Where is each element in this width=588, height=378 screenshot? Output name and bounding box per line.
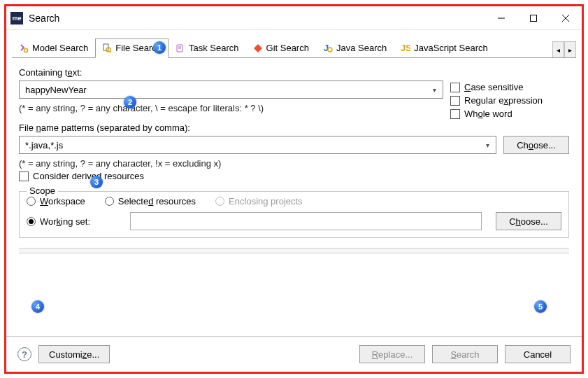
containing-text-label: Containing text:: [19, 67, 569, 78]
callout-5: 5: [534, 300, 547, 313]
scope-workingset-radio[interactable]: Working set:: [27, 216, 103, 227]
tab-git-search[interactable]: Git Search: [246, 38, 316, 58]
tab-scroll-left[interactable]: ◂: [552, 41, 564, 58]
tab-scroll-right[interactable]: ▸: [564, 41, 576, 58]
scope-enclosing-radio: Enclosing projects: [215, 196, 303, 206]
separator: [19, 248, 569, 253]
tab-label: Java Search: [336, 43, 387, 53]
choose-filetypes-button[interactable]: Choose...: [503, 136, 569, 154]
close-button[interactable]: [550, 7, 582, 29]
scope-selected-radio[interactable]: Selected resources: [105, 196, 196, 206]
callout-3: 3: [90, 176, 103, 188]
svg-line-7: [110, 51, 111, 52]
choose-workingset-button[interactable]: Choose...: [496, 212, 561, 230]
tabbar: Model Search File Search Task Search Git…: [6, 30, 582, 58]
titlebar: me Search: [6, 6, 582, 30]
replace-button[interactable]: Replace...: [359, 345, 425, 363]
scope-workspace-radio[interactable]: Workspace: [27, 196, 85, 206]
app-icon: me: [10, 12, 23, 24]
footer: ? Customize... Replace... Search Cancel: [6, 336, 582, 372]
customize-button[interactable]: Customize...: [38, 345, 110, 363]
scope-group: Scope Workspace Selected resources Enclo…: [19, 191, 569, 238]
filename-patterns-input[interactable]: [24, 139, 482, 151]
containing-text-hint: (* = any string, ? = any character, \ = …: [19, 103, 443, 113]
maximize-button[interactable]: [517, 7, 550, 29]
svg-text:JS: JS: [401, 43, 410, 53]
tab-java-search[interactable]: J Java Search: [316, 38, 394, 58]
svg-rect-1: [531, 15, 537, 21]
filename-patterns-label: File name patterns (separated by comma):: [19, 122, 569, 133]
scope-title: Scope: [27, 186, 58, 196]
callout-2: 2: [124, 96, 136, 108]
tab-label: Model Search: [32, 43, 88, 53]
callout-4: 4: [31, 300, 44, 313]
help-icon[interactable]: ?: [17, 347, 31, 361]
tab-javascript-search[interactable]: JS JavaScript Search: [394, 38, 494, 58]
case-sensitive-checkbox[interactable]: Case sensitive: [450, 82, 569, 92]
tab-label: Git Search: [266, 43, 309, 53]
file-search-panel: Containing text: ▾ (* = any string, ? = …: [6, 58, 582, 336]
regex-checkbox[interactable]: Regular expression: [450, 95, 569, 106]
file-search-icon: [102, 43, 112, 53]
tab-model-search[interactable]: Model Search: [12, 38, 95, 58]
chevron-down-icon[interactable]: ▾: [482, 141, 493, 149]
javascript-search-icon: JS: [401, 43, 410, 53]
task-search-icon: [175, 43, 185, 53]
search-button[interactable]: Search: [432, 345, 498, 363]
search-dialog: me Search Model Search File Search Task …: [4, 4, 584, 374]
git-search-icon: [253, 43, 263, 53]
chevron-down-icon[interactable]: ▾: [429, 86, 440, 94]
filename-patterns-combo[interactable]: ▾: [19, 136, 496, 154]
window-title: Search: [29, 13, 485, 24]
tab-label: Task Search: [189, 43, 239, 53]
java-search-icon: J: [323, 43, 333, 53]
filename-hint: (* = any string, ? = any character, !x =…: [19, 158, 569, 169]
callout-1: 1: [153, 41, 166, 54]
minimize-button[interactable]: [485, 7, 517, 29]
whole-word-checkbox[interactable]: Whole word: [450, 108, 569, 119]
containing-text-input[interactable]: [24, 84, 429, 96]
workingset-input[interactable]: [130, 212, 482, 230]
tab-label: JavaScript Search: [414, 43, 488, 53]
containing-text-combo[interactable]: ▾: [19, 80, 443, 99]
svg-point-4: [24, 48, 28, 52]
cancel-button[interactable]: Cancel: [505, 345, 571, 363]
model-search-icon: [19, 43, 29, 53]
tab-task-search[interactable]: Task Search: [168, 38, 246, 58]
